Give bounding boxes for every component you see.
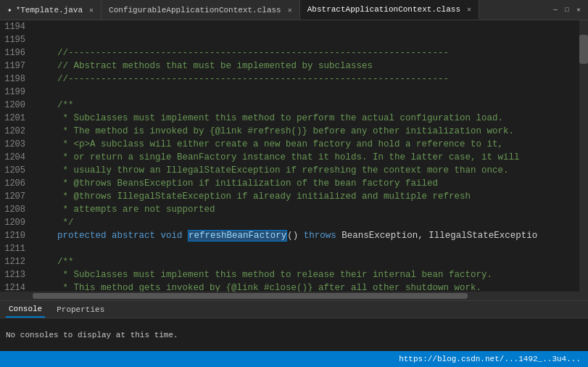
line-number: 1204	[0, 151, 33, 164]
restore-button[interactable]: □	[562, 5, 572, 15]
table-row: 1195	[0, 33, 579, 46]
tab-configurable-context[interactable]: ConfigurableApplicationContext.class ✕	[102, 0, 300, 20]
panel-tabs: Console Properties	[0, 301, 588, 318]
line-content: * attempts are not supported	[33, 203, 579, 216]
code-scroll[interactable]: 1194 1195 1196 //-----------------------…	[0, 20, 579, 292]
table-row: 1213 * Subclasses must implement this me…	[0, 268, 579, 281]
line-content: //--------------------------------------…	[33, 46, 579, 59]
line-content: * or return a single BeanFactory instanc…	[33, 151, 579, 164]
line-number: 1202	[0, 125, 33, 138]
bottom-panel: Console Properties No consoles to displa…	[0, 300, 588, 351]
tab-console[interactable]: Console	[6, 301, 45, 318]
table-row: 1208 * attempts are not supported	[0, 203, 579, 216]
table-row: 1212 /**	[0, 255, 579, 268]
table-row: 1198 //---------------------------------…	[0, 73, 579, 86]
line-content: * This method gets invoked by {@link #cl…	[33, 281, 579, 292]
v-scroll-thumb[interactable]	[579, 35, 588, 64]
line-content	[33, 20, 579, 33]
line-content: * The method is invoked by {@link #refre…	[33, 125, 579, 138]
line-content: //--------------------------------------…	[33, 73, 579, 86]
window-controls: — □ ✕	[546, 5, 588, 15]
table-row: 1211	[0, 242, 579, 255]
table-row: 1209 */	[0, 216, 579, 229]
line-number: 1201	[0, 112, 33, 125]
table-row: 1196 //---------------------------------…	[0, 46, 579, 59]
table-row: 1214 * This method gets invoked by {@lin…	[0, 281, 579, 292]
table-row: 1210 protected abstract void refreshBean…	[0, 229, 579, 242]
tab-properties[interactable]: Properties	[54, 301, 107, 318]
line-content: protected abstract void refreshBeanFacto…	[33, 229, 579, 242]
table-row: 1199	[0, 86, 579, 99]
h-scroll-thumb[interactable]	[33, 293, 468, 299]
line-content: * @throws IllegalStateException if alrea…	[33, 190, 579, 203]
table-row: 1197 // Abstract methods that must be im…	[0, 59, 579, 73]
console-message: No consoles to display at this time.	[6, 331, 582, 339]
panel-content: No consoles to display at this time.	[0, 318, 588, 351]
status-bar: https://blog.csdn.net/...1492_..3u4...	[0, 351, 588, 367]
line-number: 1210	[0, 229, 33, 242]
line-content	[33, 242, 579, 255]
line-number: 1195	[0, 33, 33, 46]
line-content: * Subclasses must implement this method …	[33, 112, 579, 125]
close-button[interactable]: ✕	[573, 5, 584, 15]
horizontal-scrollbar[interactable]	[0, 292, 579, 300]
table-row: 1194	[0, 20, 579, 33]
line-number: 1206	[0, 177, 33, 190]
line-number: 1212	[0, 255, 33, 268]
line-number: 1213	[0, 268, 33, 281]
panel-tab-label: Console	[9, 305, 42, 313]
line-number: 1205	[0, 164, 33, 177]
table-row: 1203 * <p>A subclass will either create …	[0, 138, 579, 151]
tab-label: AbstractApplicationContext.class	[307, 5, 460, 14]
minimize-button[interactable]: —	[550, 5, 560, 15]
line-content	[33, 86, 579, 99]
line-number: 1209	[0, 216, 33, 229]
tab-template-java[interactable]: ✦ *Template.java ✕	[0, 0, 102, 20]
line-number: 1200⊞	[0, 99, 33, 112]
table-row: 1201 * Subclasses must implement this me…	[0, 112, 579, 125]
line-content: /**	[33, 99, 579, 112]
tab-close-icon[interactable]: ✕	[288, 6, 292, 15]
line-number: 1197	[0, 59, 33, 73]
status-right: https://blog.csdn.net/...1492_..3u4...	[399, 355, 581, 363]
line-number: 1199	[0, 86, 33, 99]
line-content: */	[33, 216, 579, 229]
editor-container: 1194 1195 1196 //-----------------------…	[0, 20, 588, 300]
line-number: 1196	[0, 46, 33, 59]
line-content: /**	[33, 255, 579, 268]
code-area[interactable]: 1194 1195 1196 //-----------------------…	[0, 20, 579, 300]
line-number: 1198	[0, 73, 33, 86]
tab-bar: ✦ *Template.java ✕ ConfigurableApplicati…	[0, 0, 588, 20]
tab-label: ConfigurableApplicationContext.class	[109, 6, 281, 15]
line-number: 1208	[0, 203, 33, 216]
table-row: 1206 * @throws BeansException if initial…	[0, 177, 579, 190]
line-number: 1207	[0, 190, 33, 203]
table-row: 1205 * usually throw an IllegalStateExce…	[0, 164, 579, 177]
line-content: * <p>A subclass will either create a new…	[33, 138, 579, 151]
table-row: 1202 * The method is invoked by {@link #…	[0, 125, 579, 138]
table-row: 1204 * or return a single BeanFactory in…	[0, 151, 579, 164]
vertical-scrollbar[interactable]	[579, 20, 588, 300]
line-number: 1211	[0, 242, 33, 255]
table-row: 1207 * @throws IllegalStateException if …	[0, 190, 579, 203]
line-number: 1214	[0, 281, 33, 292]
code-lines: 1194 1195 1196 //-----------------------…	[0, 20, 579, 292]
line-content	[33, 33, 579, 46]
tab-abstract-context[interactable]: AbstractApplicationContext.class ✕	[300, 0, 479, 20]
line-number: 1194	[0, 20, 33, 33]
line-number: 1203	[0, 138, 33, 151]
tab-close-icon[interactable]: ✕	[89, 6, 94, 15]
table-row: 1200⊞ /**	[0, 99, 579, 112]
panel-tab-label: Properties	[57, 305, 104, 314]
line-content: // Abstract methods that must be impleme…	[33, 59, 579, 73]
line-content: * usually throw an IllegalStateException…	[33, 164, 579, 177]
line-content: * Subclasses must implement this method …	[33, 268, 579, 281]
line-content: * @throws BeansException if initializati…	[33, 177, 579, 190]
tab-modified-icon: ✦	[7, 5, 12, 15]
tab-close-icon[interactable]: ✕	[467, 5, 471, 14]
tab-label: *Template.java	[16, 6, 83, 15]
